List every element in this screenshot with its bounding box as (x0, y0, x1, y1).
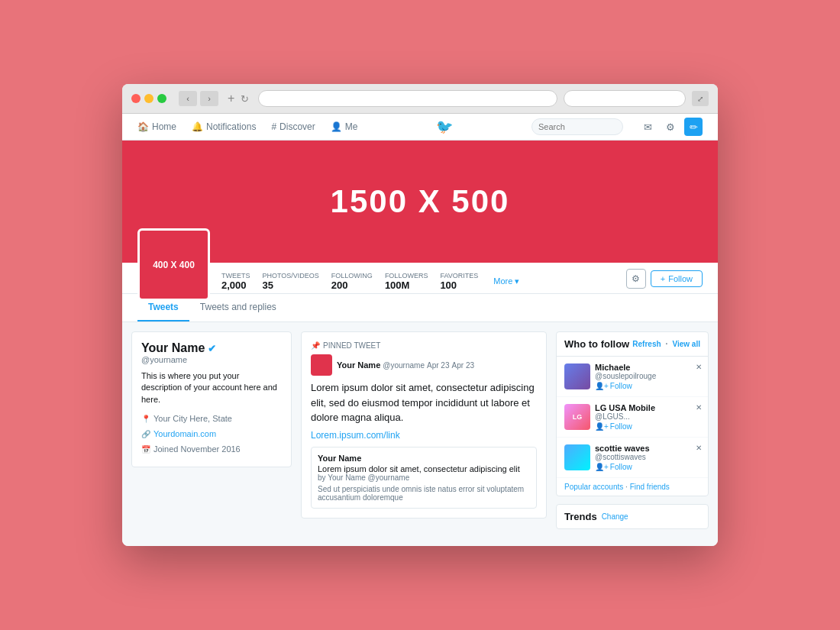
nav-buttons: ‹ › (179, 91, 218, 106)
find-friends-link[interactable]: Find friends (630, 483, 670, 491)
follow-handle-lg: @LGUS... (595, 412, 700, 421)
follow-item-lg: LG LG USA Mobile @LGUS... 👤+ Follow ✕ (557, 397, 708, 438)
profile-avatar-wrapper: 400 X 400 (137, 228, 210, 301)
follow-handle-scottie: @scottiswaves (595, 453, 700, 461)
favorites-stat: FAVORITES 100 (440, 272, 478, 291)
add-tab-button[interactable]: + (228, 92, 234, 105)
profile-name: Your Name ✔ (141, 341, 282, 355)
tweet-header: Your Name @yourname Apr 23 Apr 23 (311, 354, 537, 376)
left-sidebar: Your Name ✔ @yourname This is where you … (131, 331, 292, 537)
following-stat: FOLLOWING 200 (331, 272, 373, 291)
profile-website-link[interactable]: Yourdomain.com (153, 427, 216, 442)
following-label: FOLLOWING (331, 272, 373, 279)
popular-accounts-link[interactable]: Popular accounts (564, 483, 623, 491)
follow-label: Follow (668, 274, 693, 283)
nav-notifications-label: Notifications (206, 121, 256, 132)
close-michaele-button[interactable]: ✕ (696, 363, 702, 371)
photos-label: PHOTOS/VIDEOS (263, 272, 319, 279)
right-sidebar: Who to follow Refresh · View all Michael… (556, 331, 709, 537)
profile-bio: This is where you put your description o… (141, 370, 282, 405)
home-icon: 🏠 (137, 121, 149, 132)
profile-website: 🔗 Yourdomain.com (141, 427, 282, 442)
verified-badge-icon: ✔ (208, 343, 216, 354)
location-icon: 📍 (141, 412, 150, 426)
profile-follow-button[interactable]: + Follow (651, 270, 703, 287)
nav-discover-label: Discover (279, 121, 315, 132)
nav-discover[interactable]: # Discover (271, 121, 315, 132)
tweets-feed: 📌 PINNED TWEET Your Name @yourname Apr 2… (301, 331, 547, 537)
close-scottie-button[interactable]: ✕ (696, 444, 702, 452)
follow-name-scottie: scottie waves (595, 444, 700, 453)
forward-button[interactable]: › (200, 91, 218, 106)
nav-me[interactable]: 👤 Me (331, 121, 358, 132)
nav-home[interactable]: 🏠 Home (137, 121, 176, 132)
traffic-lights (131, 94, 166, 103)
trends-widget: Trends Change (556, 504, 709, 529)
follow-button-scottie[interactable]: 👤+ Follow (595, 463, 700, 471)
tweet-author-info: Your Name @yourname Apr 23 Apr 23 (337, 360, 474, 370)
photos-stat: PHOTOS/VIDEOS 35 (263, 272, 319, 291)
settings-button[interactable]: ⚙ (661, 118, 680, 136)
tweet-quote-card: Your Name Lorem ipsum dolor sit amet, co… (311, 447, 537, 509)
view-all-link[interactable]: View all (672, 340, 700, 348)
follow-plus-icon-michaele: 👤+ (595, 382, 609, 390)
back-button[interactable]: ‹ (179, 91, 197, 106)
quote-extra: Sed ut perspiciatis unde omnis iste natu… (318, 485, 530, 502)
profile-avatar: 400 X 400 (137, 228, 210, 301)
trends-change-link[interactable]: Change (602, 512, 628, 521)
avatar-michaele (564, 363, 590, 389)
tweet-author-handle: @yourname (383, 361, 425, 370)
tweet-link[interactable]: Lorem.ipsum.com/link (311, 430, 400, 441)
favorites-label: FAVORITES (440, 272, 478, 279)
follow-name-lg: LG USA Mobile (595, 403, 700, 412)
follow-plus-icon-scottie: 👤+ (595, 463, 609, 471)
avatar-scottie (564, 444, 590, 470)
maximize-window-button[interactable] (157, 94, 166, 103)
discover-icon: # (271, 121, 276, 132)
main-content: Your Name ✔ @yourname This is where you … (122, 322, 718, 546)
profile-joined: 📅 Joined November 2016 (141, 442, 282, 457)
tweet-author-name: Your Name (337, 360, 380, 370)
close-lg-button[interactable]: ✕ (696, 403, 702, 412)
follow-icon: + (661, 274, 665, 283)
tweet-date: Apr 23 (427, 361, 449, 370)
tweets-stat: TWEETS 2,000 (221, 272, 250, 291)
follow-button-lg[interactable]: 👤+ Follow (595, 422, 700, 431)
tweets-value: 2,000 (221, 279, 247, 291)
who-to-follow-header: Who to follow Refresh · View all (557, 332, 708, 357)
address-bar[interactable] (258, 90, 557, 107)
close-window-button[interactable] (131, 94, 141, 103)
stats-bar: TWEETS 2,000 PHOTOS/VIDEOS 35 FOLLOWING … (122, 263, 718, 294)
banner-dimension-text: 1500 X 500 (331, 183, 510, 220)
reload-button[interactable]: ↻ (241, 93, 249, 105)
more-button[interactable]: More ▾ (493, 276, 519, 286)
nav-notifications[interactable]: 🔔 Notifications (192, 121, 256, 132)
profile-gear-button[interactable]: ⚙ (626, 269, 646, 289)
window-expand-button[interactable]: ⤢ (692, 91, 709, 106)
nav-icons: ✉ ⚙ ✏ (638, 118, 703, 136)
follow-name-michaele: Michaele (595, 363, 700, 372)
profile-tabs: Tweets Tweets and replies (122, 294, 718, 322)
quote-author: Your Name (318, 454, 530, 463)
favorites-value: 100 (440, 279, 457, 291)
nav-home-label: Home (152, 121, 176, 132)
edit-button[interactable]: ✏ (684, 118, 703, 136)
header-banner: 1500 X 500 400 X 400 (122, 141, 718, 263)
followers-label: FOLLOWERS (385, 272, 428, 279)
follow-info-scottie: scottie waves @scottiswaves 👤+ Follow (595, 444, 700, 471)
popular-accounts-section: Popular accounts · Find friends (557, 478, 708, 496)
trends-header: Trends Change (557, 505, 708, 528)
follow-item-michaele: Michaele @souslepoilrouge 👤+ Follow ✕ (557, 357, 708, 397)
notifications-icon: 🔔 (192, 121, 203, 132)
following-value: 200 (331, 279, 348, 291)
avatar-lg: LG (564, 404, 590, 430)
mail-button[interactable]: ✉ (638, 118, 657, 136)
minimize-window-button[interactable] (144, 94, 153, 103)
twitter-logo: 🐦 (436, 118, 453, 135)
twitter-search-input[interactable] (531, 118, 623, 135)
follow-info-lg: LG USA Mobile @LGUS... 👤+ Follow (595, 403, 700, 431)
browser-search-input[interactable] (564, 90, 686, 107)
follow-button-michaele[interactable]: 👤+ Follow (595, 382, 700, 390)
refresh-link[interactable]: Refresh (632, 340, 661, 348)
calendar-icon: 📅 (141, 443, 150, 457)
